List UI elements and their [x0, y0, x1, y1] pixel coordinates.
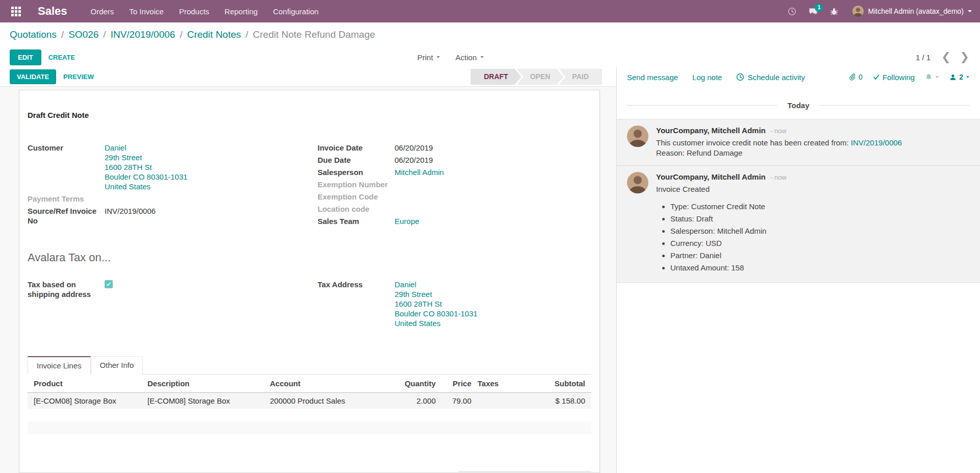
customer-label: Customer: [28, 143, 105, 191]
status-open[interactable]: OPEN: [517, 69, 564, 85]
tab-other-info[interactable]: Other Info: [91, 356, 143, 375]
pager: 1 / 1 ❮ ❯: [916, 52, 972, 63]
person-icon: [949, 73, 957, 81]
activities-clock-icon[interactable]: [788, 7, 796, 16]
cell-description: [E-COM08] Storage Box: [147, 393, 270, 409]
customer-address-line[interactable]: 29th Street: [105, 153, 188, 162]
salesperson-link[interactable]: Mitchell Admin: [395, 168, 444, 177]
customer-link[interactable]: Daniel: [105, 143, 188, 153]
bell-icon: [925, 73, 933, 81]
chevron-down-icon: [936, 76, 939, 78]
notebook-tabs: Invoice Lines Other Info: [28, 356, 591, 375]
schedule-activity-button[interactable]: Schedule activity: [736, 73, 805, 82]
empty-row: [28, 421, 591, 434]
status-widget: DRAFT OPEN PAID: [470, 69, 602, 85]
col-subtotal: Subtotal: [517, 375, 591, 393]
user-avatar: [852, 6, 864, 17]
breadcrumb-quotations[interactable]: Quotations: [10, 29, 57, 40]
message-title: Invoice Created: [656, 184, 787, 194]
location-code-label: Location code: [318, 204, 395, 214]
empty-row: [28, 409, 591, 421]
user-menu[interactable]: Mitchell Admin (avatax_demo): [852, 6, 972, 17]
salesperson-label: Salesperson: [318, 167, 395, 177]
cell-price: 79.00: [442, 393, 478, 409]
message-item: YourCompany, Mitchell Admin - now Invoic…: [617, 165, 980, 283]
tab-invoice-lines[interactable]: Invoice Lines: [28, 356, 91, 375]
status-draft[interactable]: DRAFT: [470, 69, 521, 85]
following-button[interactable]: Following: [873, 73, 915, 82]
create-button[interactable]: CREATE: [41, 50, 82, 65]
tax-address-line[interactable]: 29th Street: [395, 289, 478, 299]
send-message-button[interactable]: Send message: [627, 73, 678, 82]
message-author[interactable]: YourCompany, Mitchell Admin: [656, 126, 766, 135]
due-date-label: Due Date: [318, 155, 395, 165]
pager-next-icon[interactable]: ❯: [958, 52, 972, 63]
credit-note-sheet: Draft Credit Note Customer Daniel 29th S…: [19, 90, 600, 473]
nav-item-products[interactable]: Products: [179, 7, 209, 16]
empty-row: [28, 434, 591, 447]
breadcrumb-so026[interactable]: SO026: [68, 29, 98, 40]
col-price: Price: [442, 375, 478, 393]
col-description: Description: [147, 375, 270, 393]
sales-team-label: Sales Team: [318, 216, 395, 226]
subscription-bell-button[interactable]: [925, 73, 939, 81]
customer-address-line[interactable]: Boulder CO 80301-1031: [105, 172, 188, 182]
breadcrumb-separator: /: [180, 29, 182, 40]
invoice-lines-table: Product Description Account Quantity Pri…: [28, 375, 591, 447]
tax-address-line[interactable]: Boulder CO 80301-1031: [395, 309, 478, 318]
statusbar: VALIDATE PREVIEW DRAFT OPEN PAID: [0, 67, 616, 87]
customer-address-line[interactable]: United States: [105, 182, 188, 191]
breadcrumb: Quotations / SO026 / INV/2019/0006 / Cre…: [0, 22, 980, 47]
tax-shipping-checkbox[interactable]: [105, 280, 113, 288]
preview-button[interactable]: PREVIEW: [56, 69, 101, 84]
pager-prev-icon[interactable]: ❮: [939, 52, 953, 63]
apps-menu-icon[interactable]: [11, 6, 22, 17]
edit-button[interactable]: EDIT: [10, 49, 41, 65]
author-avatar[interactable]: [627, 126, 648, 147]
tax-address-line[interactable]: United States: [395, 318, 478, 328]
nav-item-reporting[interactable]: Reporting: [224, 7, 258, 16]
sheet-area: Draft Credit Note Customer Daniel 29th S…: [0, 87, 616, 473]
message-item: YourCompany, Mitchell Admin - now This c…: [617, 119, 980, 165]
form-pane: VALIDATE PREVIEW DRAFT OPEN PAID Draft C…: [0, 67, 617, 473]
source-invoice-link[interactable]: INV/2019/0006: [851, 138, 902, 147]
debug-bug-icon[interactable]: [830, 7, 838, 16]
nav-item-orders[interactable]: Orders: [91, 7, 114, 16]
customer-address-line[interactable]: 1600 28TH St: [105, 162, 188, 172]
messages-icon[interactable]: 1: [809, 7, 818, 16]
tax-address-line[interactable]: Daniel: [395, 280, 478, 289]
tax-address-line[interactable]: 1600 28TH St: [395, 299, 478, 309]
action-dropdown[interactable]: Action: [456, 53, 484, 62]
status-paid[interactable]: PAID: [559, 69, 602, 85]
chatter-pane: Send message Log note Schedule activity …: [617, 67, 980, 473]
due-date-value: 06/20/2019: [395, 155, 433, 165]
followers-button[interactable]: 2: [949, 73, 970, 81]
list-item: Status: Draft: [670, 214, 787, 224]
cell-product: [E-COM08] Storage Box: [28, 393, 147, 409]
col-quantity: Quantity: [395, 375, 442, 393]
message-author[interactable]: YourCompany, Mitchell Admin: [656, 172, 766, 181]
breadcrumb-credit-notes[interactable]: Credit Notes: [187, 29, 241, 40]
log-note-button[interactable]: Log note: [692, 73, 722, 82]
nav-item-configuration[interactable]: Configuration: [273, 7, 318, 16]
date-divider: Today: [627, 101, 970, 110]
attachments-button[interactable]: 0: [848, 73, 863, 81]
message-detail-list: Type: Customer Credit Note Status: Draft…: [670, 202, 787, 273]
validate-button[interactable]: VALIDATE: [10, 69, 56, 84]
paperclip-icon: [848, 73, 856, 81]
customer-value: Daniel 29th Street 1600 28TH St Boulder …: [105, 143, 188, 191]
app-name[interactable]: Sales: [38, 5, 67, 18]
table-header-row: Product Description Account Quantity Pri…: [28, 375, 591, 393]
table-row[interactable]: [E-COM08] Storage Box [E-COM08] Storage …: [28, 393, 591, 409]
cell-quantity: 2.000: [395, 393, 442, 409]
breadcrumb-separator: /: [61, 29, 64, 40]
breadcrumb-separator: /: [245, 29, 248, 40]
message-reason: Reason: Refund Damage: [656, 148, 902, 158]
print-dropdown[interactable]: Print: [417, 53, 440, 62]
sales-team-link[interactable]: Europe: [395, 217, 419, 226]
check-icon: [873, 73, 880, 81]
col-taxes: Taxes: [478, 375, 517, 393]
author-avatar[interactable]: [627, 172, 648, 193]
breadcrumb-invoice[interactable]: INV/2019/0006: [111, 29, 175, 40]
nav-item-to-invoice[interactable]: To Invoice: [129, 7, 164, 16]
